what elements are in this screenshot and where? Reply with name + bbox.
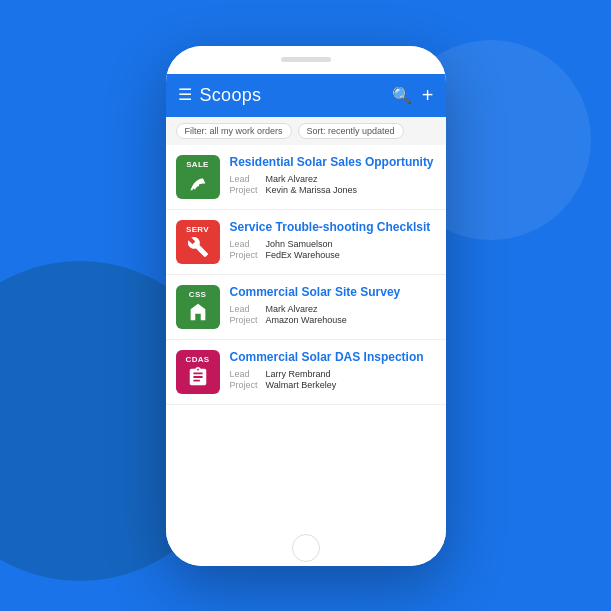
- phone-shell: ☰ Scoops 🔍 + Filter: all my work orders …: [166, 46, 446, 566]
- lead-label-css: Lead: [230, 304, 262, 314]
- item-content-serv: Service Trouble-shooting Checklsit Lead …: [230, 220, 436, 261]
- project-value-serv: FedEx Warehouse: [266, 250, 340, 260]
- item-tag-sale: SALE: [186, 160, 209, 169]
- lead-label-sale: Lead: [230, 174, 262, 184]
- app-header: ☰ Scoops 🔍 +: [166, 74, 446, 117]
- filter-bar: Filter: all my work orders Sort: recentl…: [166, 117, 446, 145]
- search-icon[interactable]: 🔍: [392, 86, 412, 105]
- hamburger-icon[interactable]: ☰: [178, 87, 192, 103]
- plant-icon: [187, 171, 209, 193]
- meta-project-serv: Project FedEx Warehouse: [230, 250, 436, 260]
- items-list: SALE Residential Solar Sales Opportunity…: [166, 145, 446, 530]
- lead-label-cdas: Lead: [230, 369, 262, 379]
- work-item-serv[interactable]: SERV Service Trouble-shooting Checklsit …: [166, 210, 446, 275]
- item-title-cdas: Commercial Solar DAS Inspection: [230, 350, 436, 366]
- add-icon[interactable]: +: [422, 84, 434, 107]
- work-item-css[interactable]: CSS Commercial Solar Site Survey Lead Ma…: [166, 275, 446, 340]
- meta-project-sale: Project Kevin & Marissa Jones: [230, 185, 436, 195]
- lead-value-sale: Mark Alvarez: [266, 174, 318, 184]
- project-label-serv: Project: [230, 250, 262, 260]
- phone-bottom: [166, 530, 446, 566]
- header-right: 🔍 +: [392, 84, 434, 107]
- project-label-css: Project: [230, 315, 262, 325]
- item-tag-serv: SERV: [186, 225, 209, 234]
- item-icon-serv: SERV: [176, 220, 220, 264]
- meta-lead-cdas: Lead Larry Rembrand: [230, 369, 436, 379]
- meta-lead-sale: Lead Mark Alvarez: [230, 174, 436, 184]
- wrench-icon: [187, 236, 209, 258]
- item-title-sale: Residential Solar Sales Opportunity: [230, 155, 436, 171]
- item-title-css: Commercial Solar Site Survey: [230, 285, 436, 301]
- item-tag-css: CSS: [189, 290, 206, 299]
- work-item-sale[interactable]: SALE Residential Solar Sales Opportunity…: [166, 145, 446, 210]
- work-item-cdas[interactable]: CDAS Commercial Solar DAS Inspection Lea…: [166, 340, 446, 405]
- item-tag-cdas: CDAS: [186, 355, 210, 364]
- item-icon-sale: SALE: [176, 155, 220, 199]
- project-value-css: Amazon Warehouse: [266, 315, 347, 325]
- item-title-serv: Service Trouble-shooting Checklsit: [230, 220, 436, 236]
- lead-value-css: Mark Alvarez: [266, 304, 318, 314]
- header-left: ☰ Scoops: [178, 85, 262, 106]
- item-icon-css: CSS: [176, 285, 220, 329]
- project-value-cdas: Walmart Berkeley: [266, 380, 337, 390]
- meta-lead-css: Lead Mark Alvarez: [230, 304, 436, 314]
- item-content-css: Commercial Solar Site Survey Lead Mark A…: [230, 285, 436, 326]
- meta-project-cdas: Project Walmart Berkeley: [230, 380, 436, 390]
- lead-value-serv: John Samuelson: [266, 239, 333, 249]
- item-content-sale: Residential Solar Sales Opportunity Lead…: [230, 155, 436, 196]
- meta-project-css: Project Amazon Warehouse: [230, 315, 436, 325]
- svg-rect-1: [198, 311, 200, 313]
- filter-chip-work-orders[interactable]: Filter: all my work orders: [176, 123, 292, 139]
- project-label-cdas: Project: [230, 380, 262, 390]
- phone-speaker: [281, 57, 331, 62]
- item-meta-cdas: Lead Larry Rembrand Project Walmart Berk…: [230, 369, 436, 390]
- item-content-cdas: Commercial Solar DAS Inspection Lead Lar…: [230, 350, 436, 391]
- home-button[interactable]: [292, 534, 320, 562]
- svg-rect-0: [195, 311, 197, 313]
- item-icon-cdas: CDAS: [176, 350, 220, 394]
- clipboard-icon: [187, 366, 209, 388]
- filter-chip-sort[interactable]: Sort: recently updated: [298, 123, 404, 139]
- lead-value-cdas: Larry Rembrand: [266, 369, 331, 379]
- app-title: Scoops: [200, 85, 262, 106]
- lead-label-serv: Lead: [230, 239, 262, 249]
- item-meta-sale: Lead Mark Alvarez Project Kevin & Mariss…: [230, 174, 436, 195]
- project-value-sale: Kevin & Marissa Jones: [266, 185, 358, 195]
- item-meta-serv: Lead John Samuelson Project FedEx Wareho…: [230, 239, 436, 260]
- phone-top: [166, 46, 446, 74]
- building-icon: [187, 301, 209, 323]
- meta-lead-serv: Lead John Samuelson: [230, 239, 436, 249]
- project-label-sale: Project: [230, 185, 262, 195]
- item-meta-css: Lead Mark Alvarez Project Amazon Warehou…: [230, 304, 436, 325]
